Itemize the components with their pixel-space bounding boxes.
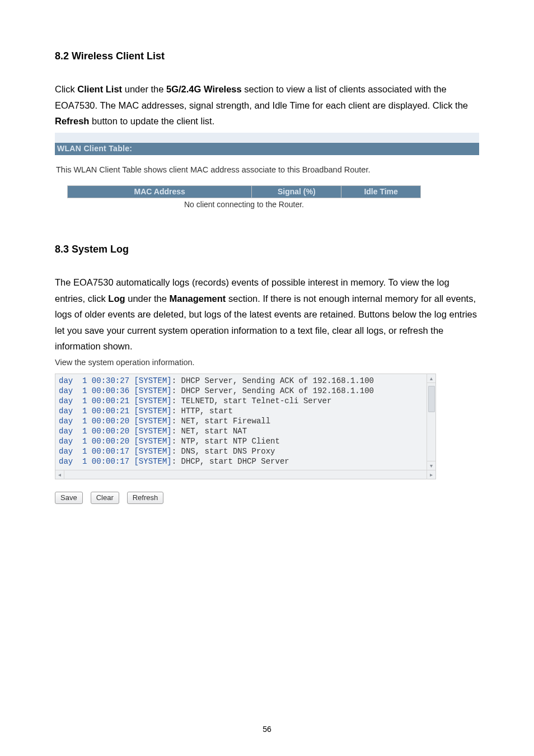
syslog-buttons: Save Clear Refresh [55,492,479,504]
scroll-right-icon[interactable]: ▸ [427,470,435,479]
syslog-caption: View the system operation information. [55,358,479,367]
para-system-log: The EOA7530 automatically logs (records)… [55,274,479,354]
scroll-thumb[interactable] [428,386,435,412]
clear-button[interactable]: Clear [91,492,119,504]
table-header-row: MAC Address Signal (%) Idle Time [68,185,421,198]
empty-msg: No client connecting to the Router. [68,198,421,211]
syslog-text[interactable]: day 1 00:30:27 [SYSTEM]: DHCP Server, Se… [55,374,435,470]
col-mac: MAC Address [68,185,252,198]
page-number: 56 [0,725,534,734]
wlan-panel: WLAN Client Table: This WLAN Client Tabl… [55,133,479,212]
heading-system-log: 8.3 System Log [55,244,479,255]
save-button[interactable]: Save [55,492,83,504]
scroll-down-icon[interactable]: ▾ [427,461,435,470]
col-idle: Idle Time [341,185,421,198]
heading-wireless-client-list: 8.2 Wireless Client List [55,50,479,62]
scroll-left-icon[interactable]: ◂ [55,470,64,479]
wlan-panel-caption: This WLAN Client Table shows client MAC … [55,155,479,185]
para-client-list: Click Client List under the 5G/2.4G Wire… [55,81,479,129]
scroll-up-icon[interactable]: ▴ [427,374,435,383]
syslog-hscroll[interactable]: ◂ ▸ [55,470,435,479]
table-row: No client connecting to the Router. [68,198,421,211]
syslog-box: day 1 00:30:27 [SYSTEM]: DHCP Server, Se… [55,374,436,479]
wlan-panel-title: WLAN Client Table: [55,143,479,155]
syslog-vscroll[interactable]: ▴ ▾ [427,374,435,470]
wlan-panel-top-border [55,133,479,143]
col-sig: Signal (%) [252,185,341,198]
wlan-client-table: MAC Address Signal (%) Idle Time No clie… [67,185,421,212]
refresh-button[interactable]: Refresh [127,492,164,504]
